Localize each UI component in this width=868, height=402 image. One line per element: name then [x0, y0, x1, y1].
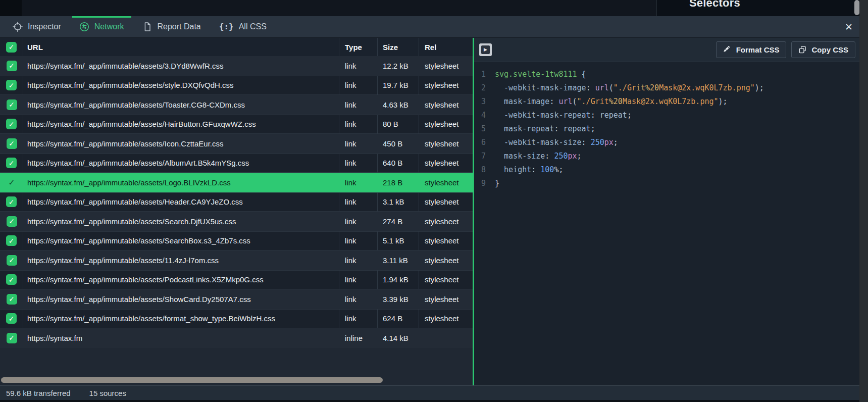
row-checkbox[interactable]: ✓ — [0, 154, 23, 173]
table-row[interactable]: ✓https://syntax.fm/_app/immutable/assets… — [0, 250, 473, 270]
row-url: https://syntax.fm/_app/immutable/assets/… — [23, 173, 339, 192]
row-checkbox[interactable]: ✓ — [0, 250, 23, 270]
checkbox-icon: ✓ — [6, 119, 17, 129]
select-all-checkbox[interactable]: ✓ — [0, 38, 23, 56]
row-checkbox[interactable]: ✓ — [0, 115, 23, 134]
code-line-content: mask-repeat: repeat; — [495, 122, 595, 136]
column-header-url: URL — [23, 38, 339, 56]
line-number: 3 — [481, 95, 488, 109]
page-vertical-scrollbar[interactable] — [854, 0, 859, 15]
checkbox-icon: ✓ — [6, 80, 17, 90]
table-row[interactable]: ✓https://syntax.fm/_app/immutable/assets… — [0, 270, 473, 290]
all-css-icon: {:} — [219, 22, 234, 32]
devtools-panel: Inspector Network Report Data {:} A — [0, 16, 859, 400]
row-checkbox[interactable]: ✓ — [0, 309, 23, 329]
checkbox-icon: ✓ — [7, 255, 17, 266]
row-checkbox[interactable]: ✓ — [0, 270, 23, 290]
tab-label: Network — [94, 22, 124, 31]
checkbox-icon: ✓ — [6, 313, 17, 324]
sources-count: 15 sources — [89, 389, 126, 397]
table-row[interactable]: ✓https://syntax.fm/_app/immutable/assets… — [0, 192, 473, 212]
table-row[interactable]: ✓https://syntax.fm/_app/immutable/assets… — [0, 95, 473, 115]
page-bottom-strip — [0, 400, 859, 402]
row-url: https://syntax.fm/_app/immutable/assets/… — [23, 76, 339, 95]
table-row[interactable]: ✓https://syntax.fm/_app/immutable/assets… — [0, 56, 473, 76]
tab-label: Inspector — [28, 22, 61, 31]
code-line-content: -webkit-mask-size: 250px; — [495, 136, 618, 149]
row-url: https://syntax.fm — [23, 328, 339, 348]
row-url: https://syntax.fm/_app/immutable/assets/… — [23, 289, 339, 309]
code-toolbar: ▶ Format CSS — [474, 38, 859, 62]
copy-icon — [798, 45, 807, 54]
row-checkbox[interactable]: ✓ — [0, 76, 23, 95]
row-checkbox[interactable]: ✓ — [0, 56, 23, 76]
table-row[interactable]: ✓https://syntax.fm/_app/immutable/assets… — [0, 212, 473, 231]
tab-network[interactable]: Network — [72, 16, 131, 37]
close-icon[interactable]: ✕ — [845, 22, 853, 32]
row-checkbox[interactable]: ✓ — [0, 192, 23, 212]
css-code-viewer[interactable]: 1svg.svelte-1tw8111 {2 -webkit-mask-imag… — [474, 62, 859, 385]
code-line: 2 -webkit-mask-image: url("./Grit%20Mask… — [481, 81, 859, 95]
row-checkbox[interactable]: ✓ — [0, 231, 23, 251]
row-rel: stylesheet — [419, 192, 473, 212]
table-row[interactable]: ✓https://syntax.fm/_app/immutable/assets… — [0, 115, 473, 134]
horizontal-scrollbar[interactable] — [1, 377, 383, 383]
row-size: 4.14 kB — [378, 328, 419, 348]
checkbox-icon: ✓ — [7, 99, 17, 110]
format-css-button[interactable]: Format CSS — [716, 41, 787, 58]
table-row[interactable]: ✓https://syntax.fm/_app/immutable/assets… — [0, 231, 473, 251]
row-checkbox[interactable]: ✓ — [0, 212, 23, 231]
tab-inspector[interactable]: Inspector — [6, 16, 68, 37]
tab-report-data[interactable]: Report Data — [135, 16, 208, 37]
table-row[interactable]: ✓https://syntax.fm/_app/immutable/assets… — [0, 134, 473, 154]
row-url: https://syntax.fm/_app/immutable/assets/… — [23, 212, 339, 231]
table-row[interactable]: ✓https://syntax.fm/_app/immutable/assets… — [0, 154, 473, 173]
row-rel: stylesheet — [419, 173, 473, 192]
table-row[interactable]: ✓https://syntax.fminline4.14 kB — [0, 328, 473, 348]
code-line-content: -webkit-mask-repeat: repeat; — [495, 109, 632, 122]
code-line-content: height: 100%; — [495, 163, 563, 177]
row-size: 3.1 kB — [378, 192, 419, 212]
column-header-rel: Rel — [419, 38, 473, 56]
row-checkbox[interactable]: ✓ — [0, 134, 23, 154]
code-line: 9} — [481, 177, 859, 190]
code-line-content: mask-image: url("./Grit%20Mask@2x.wqK0L7… — [495, 95, 728, 109]
row-url: https://syntax.fm/_app/immutable/assets/… — [23, 250, 339, 270]
checkbox-icon: ✓ — [6, 235, 17, 246]
sidebar-toggle-button[interactable]: ▶ — [479, 43, 492, 56]
table-row[interactable]: ✓https://syntax.fm/_app/immutable/assets… — [0, 289, 473, 309]
tab-label: All CSS — [239, 22, 267, 31]
code-line-content: -webkit-mask-image: url("./Grit%20Mask@2… — [495, 81, 764, 95]
row-size: 19.7 kB — [378, 76, 419, 95]
code-line: 7 mask-size: 250px; — [481, 149, 859, 163]
table-row[interactable]: ✓https://syntax.fm/_app/immutable/assets… — [0, 76, 473, 95]
code-line-content: svg.svelte-1tw8111 { — [495, 68, 586, 81]
tab-all-css[interactable]: {:} All CSS — [212, 16, 274, 37]
row-size: 218 B — [378, 173, 419, 192]
row-type: link — [339, 56, 378, 76]
css-pane: ▶ Format CSS — [474, 38, 859, 385]
copy-css-label: Copy CSS — [811, 45, 848, 54]
row-checkbox[interactable]: ✓ — [0, 173, 23, 192]
table-row[interactable]: ✓https://syntax.fm/_app/immutable/assets… — [0, 309, 473, 329]
row-checkbox[interactable]: ✓ — [0, 328, 23, 348]
row-url: https://syntax.fm/_app/immutable/assets/… — [23, 192, 339, 212]
tab-label: Report Data — [158, 22, 201, 31]
table-row[interactable]: ✓https://syntax.fm/_app/immutable/assets… — [0, 173, 473, 192]
checkbox-icon: ✓ — [6, 274, 17, 285]
row-checkbox[interactable]: ✓ — [0, 289, 23, 309]
transferred-total: 59.6 kB transferred — [6, 389, 71, 397]
row-size: 3.11 kB — [378, 250, 419, 270]
copy-css-button[interactable]: Copy CSS — [791, 41, 855, 58]
row-rel: stylesheet — [419, 56, 473, 76]
line-number: 1 — [481, 68, 488, 81]
code-line: 6 -webkit-mask-size: 250px; — [481, 136, 859, 149]
checkbox-icon: ✓ — [7, 333, 17, 343]
row-url: https://syntax.fm/_app/immutable/assets/… — [23, 115, 339, 134]
row-rel: stylesheet — [419, 270, 473, 290]
row-size: 450 B — [378, 134, 419, 154]
row-size: 3.39 kB — [378, 289, 419, 309]
row-checkbox[interactable]: ✓ — [0, 95, 23, 115]
row-url: https://syntax.fm/_app/immutable/assets/… — [23, 231, 339, 251]
selectors-heading: Selectors — [689, 0, 740, 10]
